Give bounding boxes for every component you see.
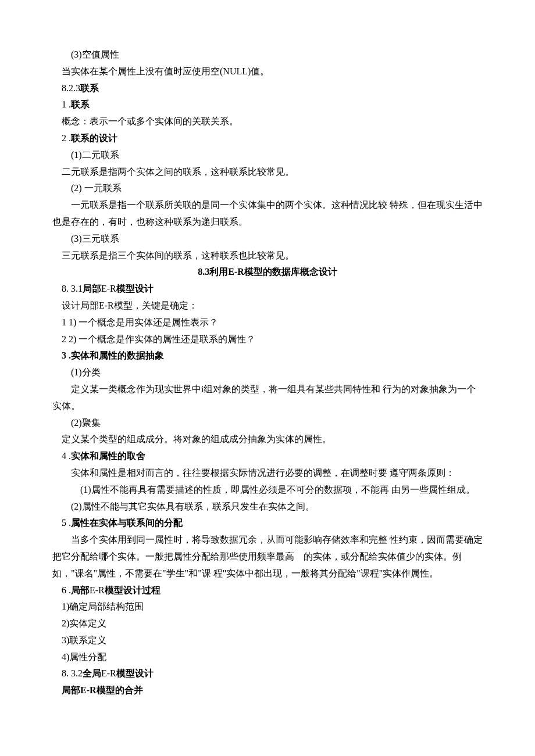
text-line: 定义某个类型的组成成分。将对象的组成成分抽象为实体的属性。: [52, 431, 483, 448]
text-line: 8.2.3联系: [52, 80, 483, 97]
text-line: 2 2) 一个概念是作实体的属性还是联系的属性？: [52, 331, 483, 348]
text-line: 3 .实体和属性的数据抽象: [52, 347, 483, 364]
text-line: (1)二元联系: [52, 147, 483, 164]
text-line: (1)分类: [52, 364, 483, 381]
text-line: 实体和属性是相对而言的，往往要根据实际情况进行必要的调整，在调整时要 遵守两条原…: [52, 465, 483, 482]
text-line: 8.3利用E-R模型的数据库概念设计: [52, 264, 483, 281]
text-line: 6 .局部E-R模型设计过程: [52, 582, 483, 599]
text-line: 1 1) 一个概念是用实体还是属性表示？: [52, 314, 483, 331]
text-line: (3)空值属性: [52, 46, 483, 63]
text-line: 概念：表示一个或多个实体间的关联关系。: [52, 113, 483, 130]
text-line: 一元联系是指一个联系所关联的是同一个实体集中的两个实体。这种情况比较 特殊，但在…: [52, 197, 483, 231]
text-line: 当多个实体用到同一属性时，将导致数据冗余，从而可能影响存储效率和完整 性约束，因…: [52, 532, 483, 582]
text-line: 局部E-R模型的合并: [52, 682, 483, 699]
text-line: 8. 3.1局部E-R模型设计: [52, 281, 483, 298]
text-line: 1)确定局部结构范围: [52, 599, 483, 615]
document-body: (3)空值属性当实体在某个属性上没有值时应使用空(NULL)值。8.2.3联系1…: [52, 46, 483, 699]
text-line: 定义某一类概念作为现实世界中i组对象的类型，将一组具有某些共同特性和 行为的对象…: [52, 381, 483, 415]
text-line: 1 .联系: [52, 96, 483, 113]
text-line: (3)三元联系: [52, 231, 483, 248]
text-line: 2)实体定义: [52, 615, 483, 632]
text-line: (2)聚集: [52, 415, 483, 432]
text-line: 2 .联系的设计: [52, 130, 483, 147]
text-line: 二元联系是指两个实体之间的联系，这种联系比较常见。: [52, 164, 483, 181]
text-line: (1)属性不能再具有需要描述的性质，即属性必须是不可分的数据项，不能再 由另一些…: [52, 482, 483, 499]
text-line: (2) 一元联系: [52, 180, 483, 197]
text-line: 3)联系定义: [52, 632, 483, 649]
text-line: 8. 3.2全局E-R模型设计: [52, 665, 483, 682]
text-line: (2)属性不能与其它实体具有联系，联系只发生在实体之间。: [52, 499, 483, 515]
text-line: 三元联系是指三个实体间的联系，这种联系也比较常见。: [52, 248, 483, 264]
text-line: 4 .实体和属性的取舍: [52, 448, 483, 465]
text-line: 当实体在某个属性上没有值时应使用空(NULL)值。: [52, 63, 483, 80]
text-line: 5 .属性在实体与联系间的分配: [52, 515, 483, 532]
text-line: 设计局部E-R模型，关键是确定：: [52, 298, 483, 314]
text-line: 4)属性分配: [52, 649, 483, 666]
